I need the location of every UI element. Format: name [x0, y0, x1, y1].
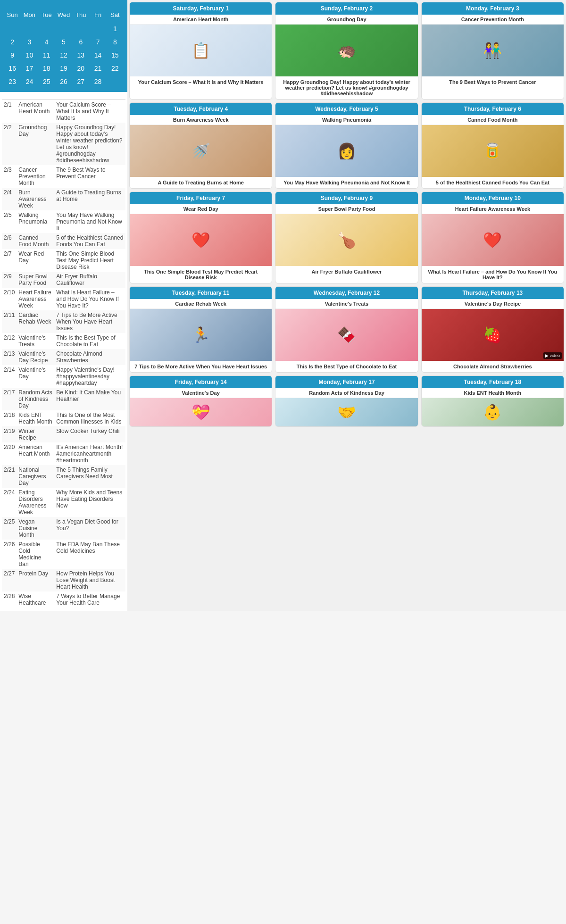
calendar-day[interactable]: 16: [4, 62, 21, 75]
table-content: The 9 Best Ways to Prevent Cancer: [54, 165, 125, 188]
content-card[interactable]: Monday, February 17 Random Acts of Kindn…: [275, 375, 418, 427]
table-row: 2/2 Groundhog Day Happy Groundhog Day! H…: [2, 123, 125, 165]
table-date: 2/27: [2, 569, 17, 591]
card-image-icon: 🏃: [191, 326, 210, 344]
card-image-icon: 📋: [191, 42, 210, 59]
card-header: Sunday, February 9: [275, 192, 417, 204]
card-observance: Heart Failure Awareness Week: [422, 204, 564, 214]
card-image-icon: 🥫: [483, 142, 502, 160]
calendar-day[interactable]: 27: [72, 75, 89, 88]
calendar-grid: 0000001234567891011121314151617181920212…: [4, 22, 124, 88]
calendar-day[interactable]: 22: [107, 62, 124, 75]
table-observance: National Caregivers Day: [17, 465, 54, 488]
card-header: Wednesday, February 12: [275, 287, 417, 299]
table-row: 2/4 Burn Awareness Week A Guide to Treat…: [2, 188, 125, 210]
card-image-icon: 🦔: [337, 42, 356, 59]
calendar-day[interactable]: 13: [72, 49, 89, 62]
content-card[interactable]: Friday, February 14 Valentine's Day 💝: [129, 375, 272, 427]
calendar-day: 0: [55, 22, 72, 35]
calendar-day[interactable]: 1: [107, 22, 124, 35]
calendar-day[interactable]: 3: [21, 35, 38, 49]
content-card[interactable]: Tuesday, February 11 Cardiac Rehab Week …: [129, 286, 272, 373]
content-card[interactable]: Thursday, February 13 Valentine's Day Re…: [421, 286, 564, 373]
content-card[interactable]: Sunday, February 9 Super Bowl Party Food…: [275, 191, 418, 283]
calendar-day[interactable]: 25: [38, 75, 55, 88]
table-content: A Guide to Treating Burns at Home: [54, 188, 125, 210]
table-row: 2/10 Heart Failure Awareness Week What I…: [2, 288, 125, 310]
table-date: 2/28: [2, 591, 17, 608]
calendar-day[interactable]: 9: [4, 49, 21, 62]
content-card[interactable]: Wednesday, February 12 Valentine's Treat…: [275, 286, 418, 373]
calendar-day[interactable]: 14: [89, 49, 106, 62]
card-image: 📋: [130, 25, 272, 76]
cards-grid: Saturday, February 1 American Heart Mont…: [129, 2, 564, 427]
left-panel: SunMonTueWedThuFriSat 000000123456789101…: [0, 0, 127, 611]
calendar-day[interactable]: 2: [4, 35, 21, 49]
calendar-day[interactable]: 12: [55, 49, 72, 62]
calendar-day[interactable]: 11: [38, 49, 55, 62]
content-card[interactable]: Saturday, February 1 American Heart Mont…: [129, 2, 272, 100]
card-caption: A Guide to Treating Burns at Home: [130, 177, 272, 188]
card-image: 🥫: [422, 125, 564, 177]
calendar-day[interactable]: 6: [72, 35, 89, 49]
calendar-day[interactable]: 28: [89, 75, 106, 88]
table-observance: Protein Day: [17, 569, 54, 591]
table-row: 2/27 Protein Day How Protein Helps You L…: [2, 569, 125, 591]
table-row: 2/26 Possible Cold Medicine Ban The FDA …: [2, 540, 125, 569]
card-image-icon: ❤️: [191, 231, 210, 249]
right-panel: Saturday, February 1 American Heart Mont…: [127, 0, 566, 611]
table-row: 2/20 American Heart Month It's American …: [2, 442, 125, 465]
content-card[interactable]: Monday, February 10 Heart Failure Awaren…: [421, 191, 564, 283]
table-observance: Canned Food Month: [17, 233, 54, 249]
table-observance: Valentine's Day: [17, 365, 54, 388]
content-card[interactable]: Friday, February 7 Wear Red Day ❤️ This …: [129, 191, 272, 283]
card-observance: Random Acts of Kindness Day: [275, 388, 417, 398]
card-image-icon: 🤝: [337, 403, 356, 421]
cal-day-header: Tue: [38, 9, 55, 20]
card-header: Thursday, February 13: [422, 287, 564, 299]
content-card[interactable]: Thursday, February 6 Canned Food Month 🥫…: [421, 102, 564, 189]
table-date: 2/10: [2, 288, 17, 310]
table-content: Why More Kids and Teens Have Eating Diso…: [54, 488, 125, 517]
calendar-day: 0: [107, 75, 124, 88]
calendar-day[interactable]: 20: [72, 62, 89, 75]
content-card[interactable]: Sunday, February 2 Groundhog Day 🦔 Happy…: [275, 2, 418, 100]
table-content: You May Have Walking Pneumonia and Not K…: [54, 210, 125, 233]
calendar-day[interactable]: 10: [21, 49, 38, 62]
card-image: 👶: [422, 398, 564, 426]
table-observance: Random Acts of Kindness Day: [17, 388, 54, 410]
calendar-day[interactable]: 15: [107, 49, 124, 62]
cal-day-header: Mon: [21, 9, 38, 20]
table-content: Is a Vegan Diet Good for You?: [54, 517, 125, 540]
calendar-day[interactable]: 17: [21, 62, 38, 75]
calendar-day[interactable]: 5: [55, 35, 72, 49]
card-caption: 7 Tips to Be More Active When You Have H…: [130, 361, 272, 372]
card-image-icon: 💝: [191, 403, 210, 421]
calendar-day: 0: [89, 22, 106, 35]
table-row: 2/28 Wise Healthcare 7 Ways to Better Ma…: [2, 591, 125, 608]
table-date: 2/21: [2, 465, 17, 488]
calendar-day[interactable]: 8: [107, 35, 124, 49]
content-card[interactable]: Wednesday, February 5 Walking Pneumonia …: [275, 102, 418, 189]
calendar-day[interactable]: 21: [89, 62, 106, 75]
calendar-day[interactable]: 18: [38, 62, 55, 75]
card-image: ❤️: [130, 214, 272, 266]
content-card[interactable]: Monday, February 3 Cancer Prevention Mon…: [421, 2, 564, 100]
calendar-day[interactable]: 19: [55, 62, 72, 75]
calendar-day[interactable]: 4: [38, 35, 55, 49]
card-image-icon: 🚿: [191, 142, 210, 160]
content-card[interactable]: Tuesday, February 4 Burn Awareness Week …: [129, 102, 272, 189]
calendar-day[interactable]: 26: [55, 75, 72, 88]
calendar-day[interactable]: 23: [4, 75, 21, 88]
calendar-day[interactable]: 24: [21, 75, 38, 88]
card-header: Wednesday, February 5: [275, 103, 417, 115]
table-date: 2/26: [2, 540, 17, 569]
table-content: What Is Heart Failure – and How Do You K…: [54, 288, 125, 310]
table-content: Happy Valentine's Day! #happyvalentinesd…: [54, 365, 125, 388]
content-card[interactable]: Tuesday, February 18 Kids ENT Health Mon…: [421, 375, 564, 427]
card-observance: Groundhog Day: [275, 15, 417, 25]
table-content: This Is One of the Most Common Illnesses…: [54, 410, 125, 426]
table-observance: Walking Pneumonia: [17, 210, 54, 233]
calendar-day[interactable]: 7: [89, 35, 106, 49]
table-date: 2/11: [2, 310, 17, 333]
